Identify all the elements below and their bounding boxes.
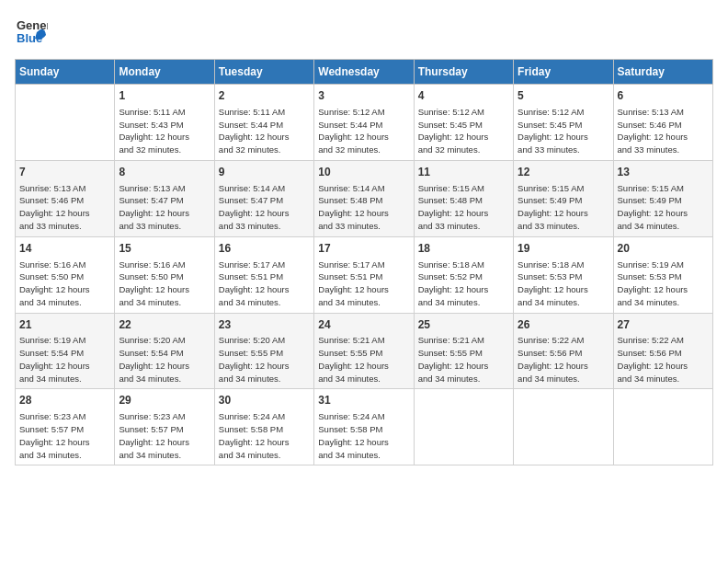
calendar-body: 1Sunrise: 5:11 AM Sunset: 5:43 PM Daylig… — [16, 85, 713, 465]
day-number: 18 — [418, 241, 509, 257]
calendar-cell — [414, 389, 513, 465]
day-info: Sunrise: 5:14 AM Sunset: 5:47 PM Dayligh… — [219, 182, 310, 233]
day-number: 20 — [618, 241, 709, 257]
day-info: Sunrise: 5:12 AM Sunset: 5:45 PM Dayligh… — [518, 106, 609, 156]
day-info: Sunrise: 5:14 AM Sunset: 5:48 PM Dayligh… — [318, 182, 409, 233]
day-info: Sunrise: 5:21 AM Sunset: 5:55 PM Dayligh… — [318, 334, 409, 385]
calendar-cell — [613, 389, 712, 465]
calendar-cell: 13Sunrise: 5:15 AM Sunset: 5:49 PM Dayli… — [613, 160, 712, 236]
day-number: 12 — [518, 165, 609, 180]
calendar-cell: 31Sunrise: 5:24 AM Sunset: 5:58 PM Dayli… — [314, 389, 414, 465]
day-number: 1 — [119, 88, 210, 104]
day-info: Sunrise: 5:15 AM Sunset: 5:49 PM Dayligh… — [518, 182, 609, 233]
day-number: 4 — [418, 88, 509, 104]
column-header-monday: Monday — [115, 60, 214, 85]
day-info: Sunrise: 5:21 AM Sunset: 5:55 PM Dayligh… — [418, 334, 509, 385]
day-info: Sunrise: 5:17 AM Sunset: 5:51 PM Dayligh… — [219, 259, 310, 309]
calendar-cell: 27Sunrise: 5:22 AM Sunset: 5:56 PM Dayli… — [613, 313, 712, 389]
day-info: Sunrise: 5:20 AM Sunset: 5:54 PM Dayligh… — [119, 334, 210, 385]
day-info: Sunrise: 5:11 AM Sunset: 5:44 PM Dayligh… — [219, 106, 310, 156]
calendar-cell: 11Sunrise: 5:15 AM Sunset: 5:48 PM Dayli… — [414, 160, 513, 236]
day-info: Sunrise: 5:15 AM Sunset: 5:49 PM Dayligh… — [618, 182, 709, 233]
calendar-cell: 26Sunrise: 5:22 AM Sunset: 5:56 PM Dayli… — [514, 313, 613, 389]
day-number: 9 — [219, 165, 310, 180]
day-number: 2 — [219, 88, 310, 104]
day-info: Sunrise: 5:13 AM Sunset: 5:46 PM Dayligh… — [618, 106, 709, 156]
day-info: Sunrise: 5:19 AM Sunset: 5:53 PM Dayligh… — [618, 259, 709, 309]
day-number: 3 — [318, 88, 409, 104]
day-info: Sunrise: 5:16 AM Sunset: 5:50 PM Dayligh… — [119, 259, 210, 309]
day-number: 10 — [318, 165, 409, 180]
day-info: Sunrise: 5:24 AM Sunset: 5:58 PM Dayligh… — [318, 410, 409, 461]
calendar-cell: 29Sunrise: 5:23 AM Sunset: 5:57 PM Dayli… — [115, 389, 214, 465]
calendar-header-row: SundayMondayTuesdayWednesdayThursdayFrid… — [16, 60, 713, 85]
day-number: 23 — [219, 317, 310, 333]
day-number: 26 — [518, 317, 609, 333]
calendar-table: SundayMondayTuesdayWednesdayThursdayFrid… — [15, 59, 713, 465]
calendar-cell: 21Sunrise: 5:19 AM Sunset: 5:54 PM Dayli… — [16, 313, 115, 389]
day-number: 17 — [318, 241, 409, 257]
column-header-friday: Friday — [514, 60, 613, 85]
day-number: 15 — [119, 241, 210, 257]
calendar-week-4: 28Sunrise: 5:23 AM Sunset: 5:57 PM Dayli… — [16, 389, 713, 465]
day-number: 6 — [618, 88, 709, 104]
day-info: Sunrise: 5:17 AM Sunset: 5:51 PM Dayligh… — [318, 259, 409, 309]
day-info: Sunrise: 5:19 AM Sunset: 5:54 PM Dayligh… — [19, 334, 110, 385]
calendar-cell: 25Sunrise: 5:21 AM Sunset: 5:55 PM Dayli… — [414, 313, 513, 389]
day-number: 8 — [119, 165, 210, 180]
calendar-cell: 12Sunrise: 5:15 AM Sunset: 5:49 PM Dayli… — [514, 160, 613, 236]
day-info: Sunrise: 5:22 AM Sunset: 5:56 PM Dayligh… — [518, 334, 609, 385]
day-info: Sunrise: 5:20 AM Sunset: 5:55 PM Dayligh… — [219, 334, 310, 385]
calendar-cell — [514, 389, 613, 465]
calendar-cell: 30Sunrise: 5:24 AM Sunset: 5:58 PM Dayli… — [214, 389, 313, 465]
calendar-cell: 5Sunrise: 5:12 AM Sunset: 5:45 PM Daylig… — [514, 85, 613, 161]
calendar-cell: 20Sunrise: 5:19 AM Sunset: 5:53 PM Dayli… — [613, 236, 712, 313]
calendar-week-3: 21Sunrise: 5:19 AM Sunset: 5:54 PM Dayli… — [16, 313, 713, 389]
calendar-cell: 18Sunrise: 5:18 AM Sunset: 5:52 PM Dayli… — [414, 236, 513, 313]
calendar-cell: 6Sunrise: 5:13 AM Sunset: 5:46 PM Daylig… — [613, 85, 712, 161]
day-number: 28 — [19, 393, 110, 408]
calendar-cell: 2Sunrise: 5:11 AM Sunset: 5:44 PM Daylig… — [214, 85, 313, 161]
day-number: 21 — [19, 317, 110, 333]
header: General Blue — [15, 15, 713, 48]
calendar-cell: 15Sunrise: 5:16 AM Sunset: 5:50 PM Dayli… — [115, 236, 214, 313]
calendar-cell: 17Sunrise: 5:17 AM Sunset: 5:51 PM Dayli… — [314, 236, 414, 313]
day-number: 16 — [219, 241, 310, 257]
day-info: Sunrise: 5:22 AM Sunset: 5:56 PM Dayligh… — [618, 334, 709, 385]
column-header-tuesday: Tuesday — [214, 60, 313, 85]
calendar-cell: 22Sunrise: 5:20 AM Sunset: 5:54 PM Dayli… — [115, 313, 214, 389]
day-number: 27 — [618, 317, 709, 333]
day-number: 31 — [318, 393, 409, 408]
day-info: Sunrise: 5:11 AM Sunset: 5:43 PM Dayligh… — [119, 106, 210, 156]
calendar-week-2: 14Sunrise: 5:16 AM Sunset: 5:50 PM Dayli… — [16, 236, 713, 313]
calendar-cell: 16Sunrise: 5:17 AM Sunset: 5:51 PM Dayli… — [214, 236, 313, 313]
calendar-cell: 10Sunrise: 5:14 AM Sunset: 5:48 PM Dayli… — [314, 160, 414, 236]
calendar-cell: 3Sunrise: 5:12 AM Sunset: 5:44 PM Daylig… — [314, 85, 414, 161]
column-header-saturday: Saturday — [613, 60, 712, 85]
day-number: 5 — [518, 88, 609, 104]
day-info: Sunrise: 5:24 AM Sunset: 5:58 PM Dayligh… — [219, 410, 310, 461]
day-number: 22 — [119, 317, 210, 333]
day-number: 29 — [119, 393, 210, 408]
svg-text:Blue: Blue — [17, 31, 42, 45]
calendar-cell: 28Sunrise: 5:23 AM Sunset: 5:57 PM Dayli… — [16, 389, 115, 465]
day-number: 14 — [19, 241, 110, 257]
calendar-cell: 1Sunrise: 5:11 AM Sunset: 5:43 PM Daylig… — [115, 85, 214, 161]
day-info: Sunrise: 5:15 AM Sunset: 5:48 PM Dayligh… — [418, 182, 509, 233]
day-number: 24 — [318, 317, 409, 333]
calendar-cell: 14Sunrise: 5:16 AM Sunset: 5:50 PM Dayli… — [16, 236, 115, 313]
calendar-week-0: 1Sunrise: 5:11 AM Sunset: 5:43 PM Daylig… — [16, 85, 713, 161]
day-number: 30 — [219, 393, 310, 408]
calendar-cell — [16, 85, 115, 161]
day-number: 7 — [19, 165, 110, 180]
calendar-cell: 8Sunrise: 5:13 AM Sunset: 5:47 PM Daylig… — [115, 160, 214, 236]
calendar-cell: 9Sunrise: 5:14 AM Sunset: 5:47 PM Daylig… — [214, 160, 313, 236]
column-header-thursday: Thursday — [414, 60, 513, 85]
day-info: Sunrise: 5:12 AM Sunset: 5:45 PM Dayligh… — [418, 106, 509, 156]
calendar-cell: 19Sunrise: 5:18 AM Sunset: 5:53 PM Dayli… — [514, 236, 613, 313]
logo: General Blue — [15, 15, 48, 48]
calendar-cell: 4Sunrise: 5:12 AM Sunset: 5:45 PM Daylig… — [414, 85, 513, 161]
calendar-cell: 23Sunrise: 5:20 AM Sunset: 5:55 PM Dayli… — [214, 313, 313, 389]
column-header-sunday: Sunday — [16, 60, 115, 85]
calendar-cell: 24Sunrise: 5:21 AM Sunset: 5:55 PM Dayli… — [314, 313, 414, 389]
